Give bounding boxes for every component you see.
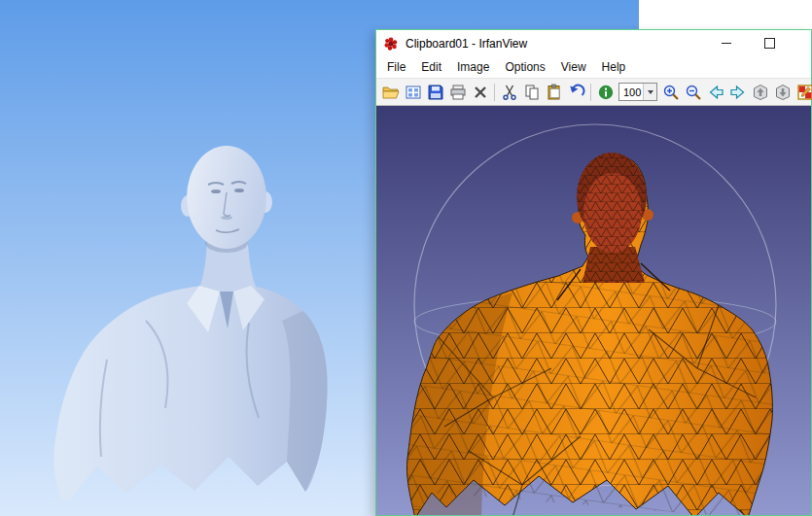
menu-image[interactable]: Image [449,57,497,77]
irfanview-logo-icon [383,36,399,52]
delete-button[interactable] [469,81,491,103]
close-button-cutoff [792,30,811,56]
print-button[interactable] [446,81,469,103]
thumbnails-icon [405,84,422,101]
toolbar: 100 [376,78,811,106]
nav-down-button[interactable] [771,81,794,103]
window-controls [704,30,811,56]
properties-button[interactable] [794,81,812,103]
copy-icon [523,84,541,101]
properties-icon [796,84,812,101]
minimize-icon [722,43,731,44]
menu-file[interactable]: File [379,57,413,77]
minimize-button[interactable] [704,30,748,56]
menu-view[interactable]: View [553,57,594,77]
mesh-bust-render [376,106,811,515]
window-title: Clipboard01 - IrfanView [406,37,527,51]
cut-icon [501,84,518,101]
open-folder-icon [382,84,400,101]
info-icon [597,84,615,101]
previous-file-button[interactable] [704,81,726,103]
next-arrow-icon [729,84,747,101]
desktop: Clipboard01 - IrfanView File Edit Image … [0,0,812,516]
zoom-in-button[interactable] [659,81,682,103]
nav-up-icon [752,84,769,101]
save-icon [427,84,444,101]
undo-icon [568,84,585,101]
titlebar[interactable]: Clipboard01 - IrfanView [376,30,811,56]
thumbnails-button[interactable] [402,81,424,103]
zoom-out-icon [685,84,702,101]
print-icon [449,84,467,101]
save-button[interactable] [424,81,446,103]
zoom-out-button[interactable] [682,81,704,103]
menu-options[interactable]: Options [497,57,552,77]
menu-help[interactable]: Help [594,57,634,77]
next-file-button[interactable] [726,81,749,103]
zoom-in-icon [662,84,680,101]
zoom-level-value: 100 [619,86,643,98]
nav-up-button[interactable] [749,81,771,103]
image-viewport[interactable] [376,106,811,515]
maximize-button[interactable] [748,30,792,56]
toolbar-separator [590,84,591,101]
nav-down-icon [774,84,792,101]
maximize-icon [764,38,775,49]
cut-button[interactable] [498,81,520,103]
copy-button[interactable] [520,81,543,103]
previous-arrow-icon [707,84,724,101]
menubar: File Edit Image Options View Help [376,56,811,78]
paste-button[interactable] [543,81,565,103]
info-button[interactable] [594,81,617,103]
undo-button[interactable] [565,81,587,103]
delete-icon [472,84,489,101]
open-button[interactable] [379,81,402,103]
zoom-level-combobox[interactable]: 100 [618,83,657,101]
toolbar-separator [494,84,495,101]
menu-edit[interactable]: Edit [413,57,449,77]
zoom-dropdown-arrow-icon[interactable] [643,84,656,100]
paste-icon [546,84,563,101]
irfanview-window: Clipboard01 - IrfanView File Edit Image … [375,29,812,516]
